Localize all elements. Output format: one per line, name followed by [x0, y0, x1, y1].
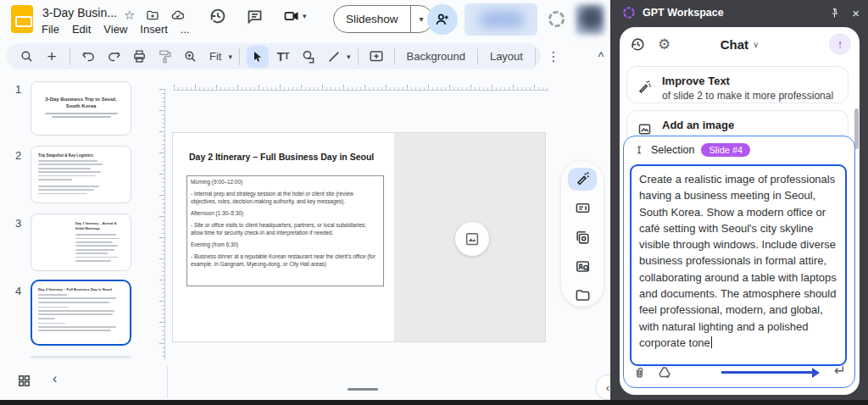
attach-file-icon[interactable] — [632, 366, 647, 380]
prompt-footer: ↵ — [632, 363, 846, 383]
print-icon[interactable] — [128, 46, 150, 68]
history-icon[interactable] — [630, 36, 646, 53]
insert-image-loading-button[interactable] — [455, 222, 489, 256]
drive-add-icon[interactable] — [657, 365, 672, 380]
collapse-filmstrip-icon[interactable]: ‹ — [53, 371, 57, 386]
shapes-tool[interactable] — [298, 46, 320, 68]
speaker-notes-handle[interactable] — [348, 388, 378, 391]
slide-body-paragraph: - Internal prep and strategy session at … — [191, 191, 380, 205]
slide-body-paragraph: - Business dinner at a reputable Korean … — [191, 253, 380, 268]
slide-editor-page[interactable]: Day 2 Itinerary – Full Business Day in S… — [172, 132, 546, 342]
comments-icon[interactable] — [246, 8, 264, 25]
slide-1-number: 1 — [15, 83, 21, 96]
slide-body-paragraph: Evening (from 6:30) — [191, 241, 380, 248]
slide-thumbnail-5-partial[interactable] — [31, 356, 131, 358]
text-box-tool[interactable]: TT — [272, 46, 294, 68]
share-with-people-button[interactable] — [427, 4, 458, 35]
new-slide-button[interactable]: + — [41, 46, 63, 68]
menu-edit[interactable]: Edit — [72, 23, 91, 36]
suggestion-improve-text[interactable]: Improve Text of slide 2 to make it more … — [626, 66, 849, 103]
share-button-blurred[interactable] — [465, 3, 537, 36]
slide-thumbnail-4[interactable]: Day 2 Itinerary – Full Business Day in S… — [31, 280, 131, 346]
suggestion-subtitle: of slide 2 to make it more professional — [662, 90, 833, 103]
undo-icon[interactable] — [77, 46, 99, 68]
image-search-icon[interactable] — [568, 255, 597, 278]
slide-thumbnail-1[interactable]: 3-Day Business Trip to Seoul, South Kore… — [31, 81, 131, 136]
slide-body-textbox[interactable]: Morning (9:00–12:00) - Internal prep and… — [186, 175, 384, 286]
redo-icon[interactable] — [103, 46, 125, 68]
slide-body-paragraph: Morning (9:00–12:00) — [191, 179, 380, 186]
gpt-workspace-extension-icon[interactable] — [547, 9, 566, 29]
bottom-bar: ‹ — [0, 364, 610, 400]
pin-icon[interactable] — [829, 8, 840, 19]
slide-2-number: 2 — [15, 149, 21, 162]
image-stack-icon[interactable] — [568, 225, 597, 248]
panel-scrollbar[interactable] — [854, 108, 859, 149]
slide-title-text[interactable]: Day 2 Itinerary – Full Business Day in S… — [189, 152, 392, 162]
close-panel-icon[interactable]: × — [852, 7, 860, 19]
panel-header: GPT Workspace × — [610, 0, 868, 25]
window-bottom-edge — [0, 400, 868, 405]
meet-camera-button[interactable]: ▾ — [282, 8, 307, 25]
settings-gear-icon[interactable]: ⚙ — [658, 36, 670, 53]
google-slides-logo-icon[interactable] — [11, 5, 33, 33]
slide-4-number: 4 — [15, 285, 21, 297]
zoom-in-icon[interactable] — [179, 46, 201, 68]
zoom-fit-select[interactable]: Fit — [204, 50, 226, 63]
menu-insert[interactable]: Insert — [140, 23, 168, 36]
cloud-saved-icon[interactable] — [170, 8, 186, 22]
background-button[interactable]: Background — [402, 50, 470, 63]
fit-dropdown-icon[interactable]: ▾ — [228, 53, 232, 61]
paint-format-icon[interactable] — [153, 46, 175, 68]
return-key-icon[interactable]: ↵ — [834, 362, 846, 380]
line-dropdown-icon[interactable]: ▾ — [347, 53, 351, 61]
slideshow-button[interactable]: Slideshow — [334, 13, 410, 25]
magic-wand-icon — [637, 80, 652, 94]
magic-write-icon[interactable] — [568, 168, 597, 191]
panel-title: GPT Workspace — [643, 7, 724, 19]
slideshow-split-button[interactable]: Slideshow ▾ — [333, 5, 433, 33]
menu-view[interactable]: View — [103, 23, 127, 36]
camera-dropdown-icon[interactable]: ▾ — [303, 12, 307, 20]
slide-thumbnail-3[interactable]: Day 1 Itinerary – Arrival & Initial Meet… — [31, 214, 131, 271]
vertical-ruler — [159, 89, 165, 360]
divider — [167, 366, 168, 398]
horizontal-ruler — [174, 84, 548, 91]
menu-bar: File Edit View Insert ... — [42, 23, 190, 36]
text-card-icon[interactable] — [568, 197, 597, 219]
screen: 3-Day Busin... ☆ File Edit View Insert .… — [0, 0, 868, 405]
line-tool[interactable] — [323, 46, 345, 68]
layout-button[interactable]: Layout — [485, 50, 528, 63]
gpt-workspace-logo-icon — [622, 6, 636, 19]
slide-body-paragraph: - Site or office visits to client headqu… — [191, 222, 380, 236]
more-options-icon[interactable]: ⋮ — [542, 46, 565, 68]
chat-card-header: ⚙ Chat ∨ ↑ — [620, 27, 860, 61]
slide-filmstrip: 1 2 3 4 3-Day Business Trip to Seoul, So… — [0, 75, 144, 364]
select-tool[interactable] — [247, 46, 269, 68]
move-to-folder-icon[interactable] — [146, 8, 159, 22]
selection-slide-badge: Slide #4 — [701, 143, 750, 157]
collapse-toolbar-icon[interactable]: ^ — [590, 46, 612, 68]
version-history-icon[interactable] — [209, 7, 227, 25]
slide-body-paragraph: Afternoon (1:30–5:30) — [191, 210, 380, 217]
insert-comment-icon[interactable] — [365, 46, 387, 68]
search-menus-icon[interactable] — [15, 46, 37, 68]
menu-file[interactable]: File — [42, 23, 59, 36]
scroll-top-button[interactable]: ↑ — [829, 33, 851, 55]
grid-view-icon[interactable] — [17, 374, 31, 388]
star-icon[interactable]: ☆ — [124, 8, 135, 23]
account-avatar[interactable] — [576, 4, 604, 35]
add-image-icon — [637, 122, 652, 136]
prompt-textarea[interactable]: Create a realistic image of professional… — [630, 164, 847, 366]
selection-label: Selection — [651, 144, 694, 156]
gpt-workspace-panel: GPT Workspace × ⚙ Chat ∨ ↑ — [610, 0, 868, 405]
folder-icon[interactable] — [568, 284, 597, 307]
slides-toolbar: + Fit ▾ TT ▾ — [7, 43, 541, 69]
slide-thumbnail-2[interactable]: Trip Snapshot & Key Logistics — [31, 146, 131, 203]
document-title[interactable]: 3-Day Busin... — [42, 6, 117, 19]
gpt-chat-card: ⚙ Chat ∨ ↑ Improve Text of slide 2 to ma… — [620, 27, 860, 395]
chat-mode-label[interactable]: Chat — [721, 37, 748, 52]
chat-dropdown-icon[interactable]: ∨ — [753, 40, 759, 49]
text-cursor-icon — [634, 144, 644, 156]
menu-overflow[interactable]: ... — [181, 23, 190, 36]
